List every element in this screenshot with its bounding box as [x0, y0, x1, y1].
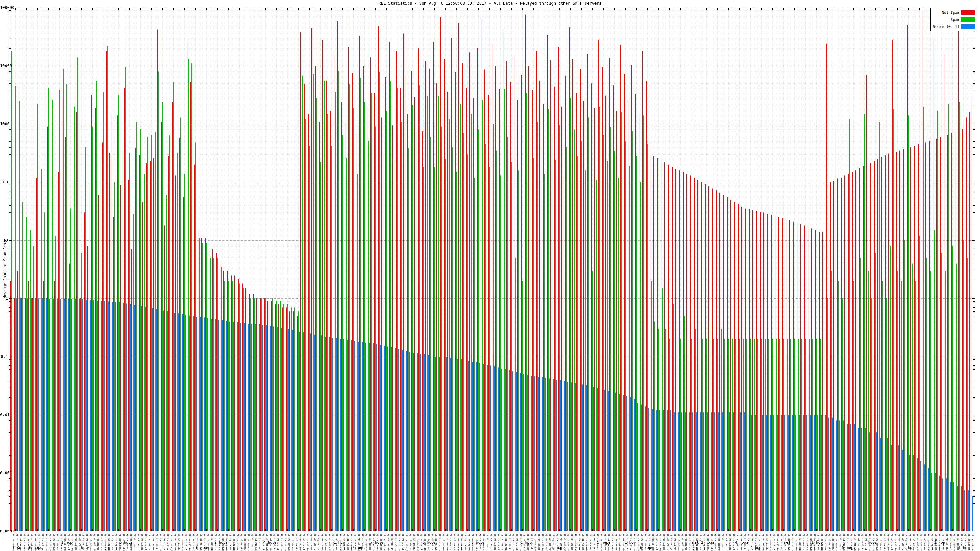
- legend-item-not-spam: Not Spam: [931, 9, 976, 16]
- y-tick-label: 100000: [0, 5, 8, 10]
- legend-item-spam: Spam: [931, 16, 976, 23]
- legend-swatch-score: [961, 24, 975, 29]
- plot-canvas: [0, 0, 980, 551]
- y-tick-label: 0.001: [0, 470, 8, 475]
- legend-swatch-spam: [961, 17, 975, 22]
- y-tick-label: 1000: [0, 122, 8, 126]
- y-tick-label: 0.1: [0, 354, 8, 359]
- y-tick-label: 1: [0, 296, 8, 301]
- y-tick-label: 0.01: [0, 412, 8, 417]
- legend-label-spam: Spam: [951, 17, 959, 22]
- y-axis-label: Message Count or Spam Score: [3, 232, 7, 305]
- legend: Not Spam Spam Score (0..1): [931, 8, 976, 31]
- legend-swatch-not-spam: [961, 10, 975, 15]
- y-tick-label: 0.0001: [0, 529, 8, 533]
- y-tick-label: 100: [0, 180, 8, 184]
- rbl-statistics-chart: RBL Statistics - Sun Aug 6 12:58:08 EDT …: [0, 0, 980, 551]
- chart-title: RBL Statistics - Sun Aug 6 12:58:08 EDT …: [0, 1, 980, 5]
- legend-label-not-spam: Not Spam: [942, 10, 959, 15]
- legend-label-score: Score (0..1): [933, 24, 959, 29]
- y-tick-label: 10000: [0, 64, 8, 68]
- legend-item-score: Score (0..1): [931, 23, 976, 30]
- y-tick-label: 10: [0, 238, 8, 243]
